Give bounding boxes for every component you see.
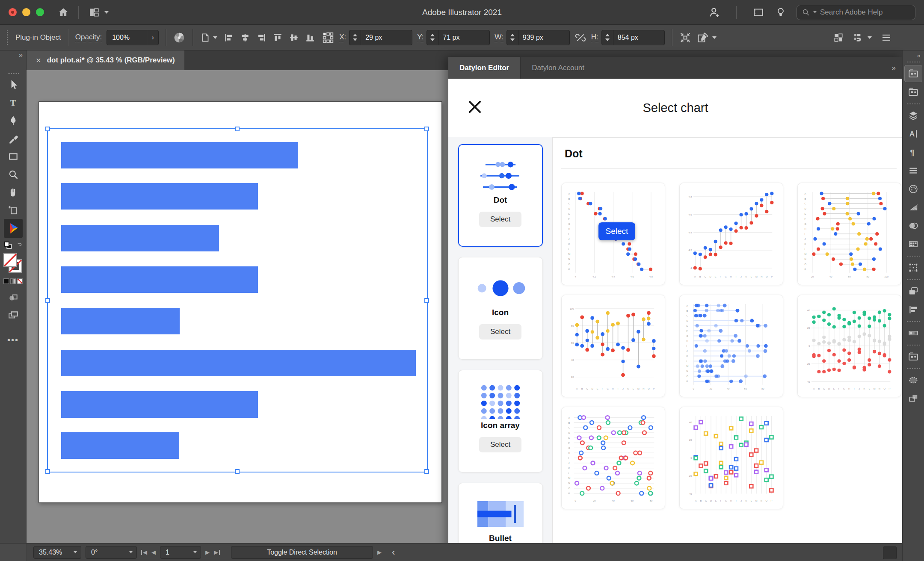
drag-handle[interactable] xyxy=(7,30,9,45)
symbols-panel-icon[interactable] xyxy=(903,347,924,366)
grid-view-icon[interactable] xyxy=(833,32,844,43)
properties-panel-icon[interactable] xyxy=(853,32,872,43)
status-play-icon[interactable]: ▶ xyxy=(377,549,382,555)
rotation-select[interactable]: 0° xyxy=(86,546,137,559)
last-artboard-button[interactable]: ▶ xyxy=(214,549,220,555)
color-wheel-icon[interactable] xyxy=(173,31,186,44)
workspace-icon[interactable] xyxy=(88,7,100,18)
select-button-icon-array[interactable]: Select xyxy=(479,437,521,452)
transform-panel-icon[interactable] xyxy=(903,258,924,277)
chart-type-card-icon[interactable]: IconSelect xyxy=(458,257,543,360)
tools-expand-button[interactable]: » xyxy=(0,50,27,70)
x-value[interactable]: 29 px xyxy=(361,34,382,41)
lightbulb-icon[interactable] xyxy=(775,6,786,19)
select-template-button[interactable]: Select xyxy=(598,222,635,240)
align-left-icon[interactable] xyxy=(224,32,234,43)
drag-handle[interactable] xyxy=(907,256,920,257)
fill-stroke-indicator[interactable] xyxy=(3,253,24,274)
drawing-modes-icon[interactable] xyxy=(0,288,26,306)
bar-5[interactable] xyxy=(61,308,180,334)
artboard-tool[interactable] xyxy=(4,201,23,219)
link-broken-icon[interactable] xyxy=(575,32,586,44)
drag-handle[interactable] xyxy=(907,62,920,62)
chart-template-thumbnail-5-dot-strip-blue[interactable]: 020406080ABCDEFGHIJKLMNOP xyxy=(679,295,783,397)
opacity-label[interactable]: Opacity: xyxy=(75,33,102,42)
chart-template-thumbnail-6-dot-strip-diverging[interactable]: 40200-20-40ABCDEFGHIJKLMNOP xyxy=(797,295,901,397)
align-right-icon[interactable] xyxy=(256,32,267,43)
align-horizontal-center-icon[interactable] xyxy=(240,32,250,43)
marquee-panel-icon[interactable] xyxy=(903,371,924,389)
status-collapse-icon[interactable]: ‹ xyxy=(392,547,395,558)
zoom-tool[interactable] xyxy=(4,165,23,183)
menu-icon[interactable] xyxy=(880,32,892,43)
graphic-styles-panel-icon[interactable] xyxy=(903,300,924,319)
select-button-dot[interactable]: Select xyxy=(479,212,521,227)
arrange-documents-icon[interactable] xyxy=(752,7,765,18)
hand-tool[interactable] xyxy=(4,183,23,201)
drag-handle[interactable] xyxy=(907,321,920,322)
paragraph-panel-icon[interactable]: ¶ xyxy=(903,143,924,161)
document-tab[interactable]: × dot plot.ai* @ 35.43 % (RGB/Preview) xyxy=(27,50,184,70)
x-stepper[interactable] xyxy=(349,30,361,45)
select-button-icon[interactable]: Select xyxy=(479,324,521,340)
align-top-icon[interactable] xyxy=(272,32,283,43)
align-bottom-icon[interactable] xyxy=(305,32,315,43)
share-user-icon[interactable] xyxy=(708,6,721,19)
bar-3[interactable] xyxy=(61,225,219,251)
workspace-chevron-icon[interactable] xyxy=(104,11,109,14)
chart-template-thumbnail-7-dot-open-circles[interactable]: 020406080ABCDEFGHIJKLMNOP xyxy=(561,407,665,509)
w-field[interactable]: 939 px xyxy=(506,30,570,45)
h-field[interactable]: 854 px xyxy=(601,30,665,45)
artboards-panel-icon[interactable] xyxy=(903,389,924,407)
libraries-panel-icon[interactable] xyxy=(903,64,924,83)
bar-1[interactable] xyxy=(61,142,298,168)
zoom-window-button[interactable] xyxy=(36,8,44,16)
w-value[interactable]: 939 px xyxy=(518,34,543,41)
search-scope-chevron-icon[interactable] xyxy=(813,11,817,13)
gradient-bar-panel-icon[interactable] xyxy=(903,324,924,342)
bar-4[interactable] xyxy=(61,266,258,293)
chart-template-thumbnail-1-dot-dumbbell-horizontal[interactable]: 44.24.44.64.8ABCDEFGHIJKLMNOPSelect xyxy=(561,183,665,285)
drag-handle[interactable] xyxy=(907,103,920,104)
transparency-panel-icon[interactable] xyxy=(903,216,924,235)
layers-panel-icon[interactable] xyxy=(903,106,924,124)
default-fill-stroke-icon[interactable] xyxy=(3,241,23,250)
bar-2[interactable] xyxy=(61,183,258,210)
opacity-value[interactable]: 100% xyxy=(107,34,147,41)
y-stepper[interactable] xyxy=(427,30,438,45)
chart-template-thumbnail-3-dot-triple-horizontal[interactable]: 20406080100ABCDEFGHIJKLMNOP xyxy=(797,183,901,285)
artboard-number-select[interactable]: 1 xyxy=(160,546,201,559)
opacity-chevron-icon[interactable]: › xyxy=(147,30,158,45)
document-setup-icon[interactable] xyxy=(200,32,217,44)
swatches-panel-icon[interactable] xyxy=(903,235,924,253)
panel-expand-icon[interactable]: » xyxy=(892,57,896,79)
chart-type-card-icon-array[interactable]: Icon arraySelect xyxy=(458,370,543,472)
tab-datylon-editor[interactable]: Datylon Editor xyxy=(448,57,521,79)
rectangle-tool[interactable] xyxy=(4,148,23,165)
drag-handle[interactable] xyxy=(907,279,920,280)
more-tools-icon[interactable]: ••• xyxy=(7,335,19,345)
bar-7[interactable] xyxy=(61,391,258,418)
shaper-style-icon[interactable] xyxy=(696,31,717,44)
home-icon[interactable] xyxy=(58,7,69,18)
none-fill-icon[interactable] xyxy=(17,278,23,284)
drag-handle[interactable] xyxy=(8,73,19,74)
tab-datylon-account[interactable]: Datylon Account xyxy=(521,57,595,79)
pen-tool[interactable] xyxy=(4,112,23,130)
close-window-button[interactable] xyxy=(9,8,17,16)
gradient-fill-icon[interactable] xyxy=(10,278,16,284)
chart-template-thumbnail-4-dot-lollipop-vertical[interactable]: 10080604020ABCDEFGHIJKLMNOP xyxy=(561,295,665,397)
close-document-icon[interactable]: × xyxy=(36,56,41,65)
swap-fill-stroke-icon[interactable] xyxy=(15,242,23,249)
h-value[interactable]: 854 px xyxy=(613,34,638,41)
x-field[interactable]: 29 px xyxy=(349,30,412,45)
align-vertical-center-icon[interactable] xyxy=(289,32,299,43)
appearance-panel-icon[interactable] xyxy=(903,282,924,300)
drag-handle[interactable] xyxy=(907,368,920,369)
transform-icon[interactable] xyxy=(679,31,692,44)
assets-panel-icon[interactable] xyxy=(903,83,924,101)
character-panel-icon[interactable]: A xyxy=(903,124,924,143)
minimize-window-button[interactable] xyxy=(22,8,30,16)
chart-type-card-dot[interactable]: DotSelect xyxy=(458,144,543,247)
h-stepper[interactable] xyxy=(602,30,613,45)
